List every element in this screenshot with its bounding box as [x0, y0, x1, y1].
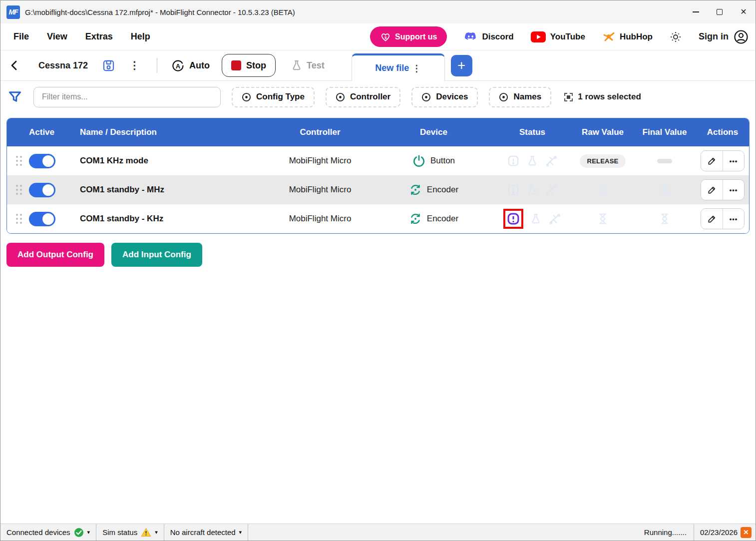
target-icon: [499, 92, 508, 102]
test-flask-icon-dim: [526, 155, 538, 167]
test-flask-icon-dim: [526, 184, 538, 196]
precondition-icon-dim: [545, 183, 558, 196]
active-toggle[interactable]: [29, 154, 55, 168]
filter-chip-controller[interactable]: Controller: [326, 87, 400, 107]
raw-value-cell: [572, 212, 633, 226]
back-button[interactable]: [7, 58, 20, 73]
status-bar: Connected devices ▾ Sim status ▾ No airc…: [0, 524, 756, 541]
menu-extras[interactable]: Extras: [85, 31, 113, 42]
stop-icon: [231, 60, 241, 70]
youtube-button[interactable]: YouTube: [531, 31, 585, 42]
auto-button[interactable]: A Auto: [171, 59, 210, 72]
maximize-button[interactable]: [708, 0, 732, 23]
config-name: COM1 KHz mode: [80, 156, 148, 166]
add-output-config-button[interactable]: Add Output Config: [6, 243, 104, 267]
tab-kebab-menu[interactable]: ⋮: [412, 63, 421, 74]
target-icon: [336, 92, 345, 102]
youtube-icon: [531, 31, 546, 42]
date-label: 02/23/2026: [700, 528, 738, 537]
actions-cell: •••: [696, 150, 749, 171]
connected-check-icon: [74, 528, 84, 538]
active-cell: [29, 154, 80, 168]
theme-brightness-icon[interactable]: [670, 31, 682, 43]
device-cell: Encoder: [375, 183, 492, 196]
active-toggle[interactable]: [29, 212, 55, 226]
menu-help[interactable]: Help: [131, 31, 150, 42]
youtube-label: YouTube: [550, 32, 585, 42]
device-cell: Button: [375, 154, 492, 167]
filter-chip-config-type[interactable]: Config Type: [232, 87, 315, 107]
status-alert-highlight-box[interactable]: [503, 209, 523, 229]
drag-handle[interactable]: [7, 156, 29, 166]
drag-handle[interactable]: [7, 185, 29, 195]
active-cell: [29, 183, 80, 197]
aircraft-status[interactable]: No aircraft detected ▾: [164, 524, 248, 541]
target-icon: [421, 92, 431, 102]
app-logo-icon: MF: [6, 5, 20, 19]
add-config-buttons: Add Output Config Add Input Config: [0, 234, 756, 267]
close-button[interactable]: ✕: [732, 0, 756, 23]
name-cell: COM1 KHz mode: [80, 156, 265, 166]
sign-in-button[interactable]: Sign in: [699, 29, 749, 44]
hubhop-label: HubHop: [620, 32, 653, 42]
alert-icon-dim: [507, 154, 520, 167]
encoder-icon: [409, 183, 422, 196]
sim-status[interactable]: Sim status ▾: [96, 524, 164, 541]
auto-icon: A: [171, 59, 185, 72]
table-row[interactable]: COM1 standby - MHz MobiFlight Micro Enco…: [7, 175, 749, 204]
filter-funnel-icon: [7, 89, 22, 104]
table-row[interactable]: COM1 KHz mode MobiFlight Micro Button RE…: [7, 146, 749, 175]
stop-label: Stop: [246, 60, 266, 71]
filter-input[interactable]: [33, 87, 221, 107]
auto-label: Auto: [189, 60, 210, 71]
test-button[interactable]: Test: [291, 59, 325, 71]
active-toggle[interactable]: [29, 183, 55, 197]
tab-new-file[interactable]: New file ⋮: [352, 53, 445, 81]
support-us-button[interactable]: $ Support us: [370, 26, 447, 47]
controller-cell: MobiFlight Micro: [265, 214, 375, 224]
hubhop-button[interactable]: HubHop: [602, 30, 653, 43]
edit-button[interactable]: [701, 209, 723, 229]
svg-text:A: A: [176, 62, 181, 69]
table-header-row: Active Name / Description Controller Dev…: [7, 118, 749, 146]
menu-file[interactable]: File: [13, 31, 29, 42]
filter-chip-names[interactable]: Names: [489, 87, 551, 107]
rows-selected-info: 1 rows selected: [564, 92, 641, 102]
toolbar-divider: [157, 58, 157, 73]
minimize-icon: [693, 11, 699, 12]
alert-icon-dim: [507, 183, 520, 196]
more-actions-button[interactable]: •••: [723, 209, 744, 229]
drag-handle[interactable]: [7, 214, 29, 224]
selection-icon: [564, 93, 573, 101]
actions-cell: •••: [696, 179, 749, 200]
empty-workspace: [0, 267, 756, 524]
precondition-icon-dim: [545, 154, 558, 167]
maximize-icon: [717, 9, 723, 15]
more-actions-button[interactable]: •••: [723, 151, 744, 171]
edit-button[interactable]: [701, 151, 723, 171]
table-row[interactable]: COM1 standby - KHz MobiFlight Micro Enco…: [7, 204, 749, 233]
precondition-icon-dim: [548, 212, 561, 225]
discord-icon: [464, 30, 477, 43]
col-raw-value: Raw Value: [572, 127, 633, 137]
project-kebab-menu[interactable]: ⋮: [126, 59, 143, 71]
minimize-button[interactable]: [684, 0, 708, 23]
discord-button[interactable]: Discord: [464, 30, 513, 43]
project-name: Cessna 172: [38, 60, 88, 71]
chip-label: Config Type: [256, 92, 305, 102]
final-value-cell: [633, 183, 696, 197]
config-name: COM1 standby - MHz: [80, 185, 164, 195]
more-actions-button[interactable]: •••: [723, 180, 744, 200]
menu-view[interactable]: View: [47, 31, 67, 42]
add-tab-button[interactable]: +: [451, 55, 472, 76]
stop-button[interactable]: Stop: [222, 54, 276, 77]
filter-chip-devices[interactable]: Devices: [411, 87, 478, 107]
close-icon: ✕: [740, 8, 747, 16]
add-input-config-button[interactable]: Add Input Config: [111, 243, 202, 267]
menu-bar: File View Extras Help $ Support us Di: [0, 23, 756, 50]
col-status: Status: [492, 127, 572, 137]
save-button[interactable]: [100, 57, 117, 74]
target-icon: [242, 92, 251, 102]
edit-button[interactable]: [701, 180, 723, 200]
connected-devices-status[interactable]: Connected devices ▾: [0, 524, 96, 541]
